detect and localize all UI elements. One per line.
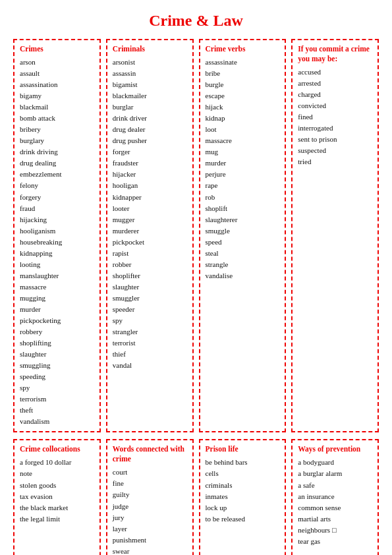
list-item: guilty [113,489,187,500]
list-item: shoplifting [20,337,94,349]
list-item: strangle [206,259,280,270]
list-item: interrogated [298,123,372,134]
list-item: loot [206,124,280,135]
list-item: assassin [113,68,187,79]
card-crime-collocations: Crime collocationsa forged 10 dollarnote… [13,439,101,555]
list-item: be behind bars [206,457,280,468]
list-item: arrested [298,78,372,89]
list-item: arsonist [113,57,187,68]
list-item: rob [206,192,280,203]
list-item: strangler [113,326,187,337]
list-item: speeder [113,304,187,315]
card-crime-verbs: Crime verbsassassinatebribeburgleescapeh… [199,39,287,432]
list-item: a forged 10 dollar [20,457,94,468]
list-item: a bodyguard [298,457,372,468]
list-item: fined [298,111,372,123]
card-header-crime-collocations: Crime collocations [20,444,94,454]
list-item: cells [206,468,280,479]
list-item: perjure [206,169,280,180]
list-item: hijack [206,102,280,113]
list-item: escape [206,90,280,102]
card-if-you-commit: If you commit a crime you may be:accused… [291,39,379,432]
list-item: bribe [206,68,280,79]
list-item: note [20,468,94,479]
list-item: thief [113,349,187,360]
list-item: smuggler [113,293,187,304]
list-item: swear [113,546,187,555]
list-item: inmates [206,491,280,502]
list-item: drink driver [113,113,187,124]
list-item: tried [298,156,372,167]
list-item: hijacker [113,169,187,180]
card-ways-prevention: Ways of preventiona bodyguarda burglar a… [291,439,379,555]
list-item: speeding [20,371,94,382]
list-item: tear gas [298,536,372,547]
list-item: shoplift [206,203,280,214]
list-item: spy [20,382,94,394]
list-item: slaughterer [206,214,280,225]
list-item: stolen goods [20,480,94,491]
list-item: an insurance [298,491,372,502]
list-item: criminals [206,480,280,491]
top-grid: Crimesarsonassaultassassinationbigamybla… [13,39,379,432]
list-item: assassination [20,79,94,90]
list-item: blackmail [20,102,94,113]
list-item: hooliganism [20,225,94,237]
list-item: hijacking [20,214,94,225]
list-item: lock up [206,502,280,513]
list-item: rapist [113,248,187,259]
list-item: looter [113,203,187,214]
list-item: forgery [20,192,94,203]
list-item: looting [20,259,94,270]
list-item: smuggle [206,225,280,237]
list-item: theft [20,405,94,416]
list-item: martial arts [298,513,372,525]
list-item: a burglar alarm [298,468,372,479]
list-item: murder [20,304,94,315]
list-item: neighbours □ [298,525,372,536]
list-item: embezzlement [20,169,94,180]
list-item: shoplifter [113,270,187,281]
list-item: vandalise [206,270,280,281]
list-item: massacre [20,281,94,293]
card-criminals: Criminalsarsonistassassinbigamistblackma… [106,39,194,432]
list-item: arson [20,57,94,68]
card-words-connected: Words connected with crimecourtfineguilt… [106,439,194,555]
list-item: pickpocket [113,237,187,248]
list-item: burglary [20,135,94,146]
card-header-if-you-commit: If you commit a crime you may be: [298,44,372,64]
list-item: mugger [113,214,187,225]
list-item: slaughter [20,349,94,360]
list-item: murder [206,158,280,169]
list-item: kidnap [206,113,280,124]
list-item: speed [206,237,280,248]
list-item: terrorism [20,394,94,405]
list-item: blackmailer [113,90,187,102]
list-item: smuggling [20,360,94,371]
list-item: the legal limit [20,513,94,525]
list-item: common sense [298,502,372,513]
list-item: drug dealing [20,158,94,169]
list-item: kidnapper [113,192,187,203]
list-item: convicted [298,100,372,111]
list-item: massacre [206,135,280,146]
card-header-crime-verbs: Crime verbs [206,44,280,54]
list-item: tax evasion [20,491,94,502]
list-item: mug [206,146,280,158]
list-item: judge [113,501,187,512]
card-crimes: Crimesarsonassaultassassinationbigamybla… [13,39,101,432]
list-item: bigamist [113,79,187,90]
list-item: fine [113,478,187,489]
bottom-grid: Crime collocationsa forged 10 dollarnote… [13,439,379,555]
list-item: robber [113,259,187,270]
list-item: to be released [206,513,280,525]
list-item: burglar [113,102,187,113]
list-item: spy [113,315,187,326]
list-item: fraudster [113,158,187,169]
list-item: punishment [113,535,187,546]
list-item: slaughter [113,281,187,293]
list-item: felony [20,180,94,191]
list-item: bigamy [20,90,94,102]
list-item: sent to prison [298,134,372,145]
card-header-ways-prevention: Ways of prevention [298,444,372,454]
